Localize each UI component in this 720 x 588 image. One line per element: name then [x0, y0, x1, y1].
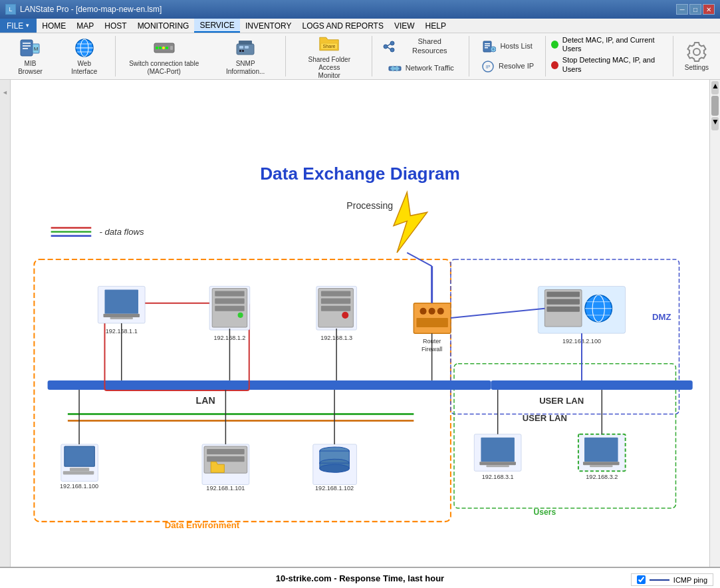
toolbar-group-4: Shared Resources Network Traffic — [374, 36, 469, 76]
mib-browser-btn[interactable]: M MIB Browser — [5, 34, 55, 79]
svg-text:Share: Share — [323, 44, 336, 49]
svg-text:M: M — [34, 46, 39, 52]
svg-rect-128 — [479, 462, 516, 465]
hosts-list-btn[interactable]: Hosts List — [475, 38, 541, 55]
svg-point-85 — [429, 308, 435, 315]
svg-rect-31 — [483, 41, 491, 52]
main-area: ◄ Data Exchange Diagram - data flows Pro… — [0, 80, 720, 567]
svg-text:USER LAN: USER LAN — [539, 396, 584, 406]
svg-rect-49 — [451, 259, 679, 414]
bottom-panel: 10-strike.com - Response Time, last hour… — [0, 567, 720, 588]
svg-rect-1 — [23, 43, 31, 44]
menu-monitoring[interactable]: MONITORING — [132, 19, 195, 33]
folder-icon: Share — [318, 33, 340, 55]
toolbar-group-6: Detect MAC, IP, and Current Users Stop D… — [547, 36, 673, 76]
svg-text:Processing: Processing — [346, 200, 393, 211]
svg-line-104 — [451, 309, 544, 318]
maximize-btn[interactable]: □ — [689, 4, 701, 15]
menu-service[interactable]: SERVICE — [194, 19, 239, 33]
svg-text:192.168.1.102: 192.168.1.102 — [315, 485, 354, 492]
menu-file[interactable]: FILE ▼ — [0, 19, 37, 33]
svg-text:IP: IP — [486, 65, 491, 69]
svg-rect-135 — [590, 465, 612, 467]
menu-host[interactable]: HOST — [99, 19, 132, 33]
svg-rect-16 — [170, 46, 173, 50]
svg-text:192.168.1.100: 192.168.1.100 — [60, 483, 98, 490]
svg-rect-96 — [546, 299, 580, 305]
toolbar-group-2: Switch connection table(MAC-Port) SNMP I… — [117, 36, 286, 76]
svg-line-28 — [388, 44, 390, 46]
svg-rect-95 — [546, 292, 580, 297]
menu-home[interactable]: HOME — [37, 19, 71, 33]
menu-map[interactable]: MAP — [71, 19, 99, 33]
web-interface-label: Web Interface — [64, 60, 105, 76]
left-indicator: ◄ — [2, 89, 9, 96]
diagram-container[interactable]: Data Exchange Diagram - data flows Proce… — [11, 80, 709, 567]
icmp-checkbox[interactable] — [637, 575, 646, 584]
menu-inventory[interactable]: INVENTORY — [240, 19, 297, 33]
svg-rect-71 — [215, 306, 244, 311]
svg-rect-69 — [215, 291, 244, 296]
detect-label: Detect MAC, IP, and Current Users — [562, 36, 669, 53]
detect-mac-btn[interactable]: Detect MAC, IP, and Current Users — [551, 36, 669, 53]
resolve-ip-btn[interactable]: IP Resolve IP — [475, 58, 541, 75]
snmp-btn[interactable]: SNMP Information... — [210, 34, 281, 79]
legend-label: ICMP ping — [673, 576, 707, 584]
svg-rect-17 — [237, 44, 254, 55]
stop-label: Stop Detecting MAC, IP, and Users — [562, 56, 669, 73]
mib-browser-label: MIB Browser — [11, 60, 49, 76]
svg-text:192.168.1.101: 192.168.1.101 — [206, 485, 245, 492]
hosts-list-label: Hosts List — [500, 42, 532, 51]
settings-btn[interactable]: Settings — [679, 38, 715, 75]
scroll-thumb[interactable] — [711, 96, 719, 116]
scroll-down[interactable]: ▼ — [711, 117, 719, 130]
svg-rect-114 — [207, 449, 245, 454]
svg-rect-54 — [48, 380, 491, 390]
shared-resources-icon — [382, 40, 396, 53]
svg-text:192.168.3.2: 192.168.3.2 — [586, 474, 618, 480]
svg-rect-33 — [485, 45, 490, 47]
toolbar: M MIB Browser Web Interface Switch conne… — [0, 33, 720, 80]
switch-table-btn[interactable]: Switch connection table(MAC-Port) — [121, 34, 207, 79]
svg-rect-32 — [485, 43, 490, 45]
svg-point-84 — [420, 308, 426, 315]
scroll-up[interactable]: ▲ — [711, 81, 719, 94]
menu-help[interactable]: HELP — [420, 19, 451, 33]
stop-detect-btn[interactable]: Stop Detecting MAC, IP, and Users — [551, 56, 669, 73]
svg-point-27 — [390, 48, 394, 52]
snmp-icon — [235, 37, 256, 59]
svg-rect-77 — [321, 291, 350, 296]
toolbar-group-3: Share Shared Folder AccessMonitor — [287, 36, 372, 76]
detect-icon — [551, 41, 558, 49]
svg-rect-133 — [584, 438, 618, 462]
window-controls[interactable]: ─ □ ✕ — [676, 4, 715, 15]
toolbar-group-7: Settings — [675, 36, 719, 76]
snmp-label: SNMP Information... — [216, 60, 275, 76]
svg-rect-22 — [242, 50, 244, 52]
right-scrollbar[interactable]: ▲ ▼ — [709, 80, 720, 567]
settings-icon — [686, 41, 707, 63]
menu-view[interactable]: VIEW — [389, 19, 420, 33]
chart-area: 10-strike.com - Response Time, last hour… — [0, 568, 720, 588]
network-traffic-icon — [388, 62, 402, 75]
shared-resources-btn[interactable]: Shared Resources — [378, 35, 465, 57]
svg-text:Users: Users — [534, 508, 556, 517]
switch-icon — [154, 37, 175, 59]
shared-folder-btn[interactable]: Share Shared Folder AccessMonitor — [291, 30, 368, 83]
svg-rect-2 — [23, 45, 31, 47]
svg-rect-55 — [491, 380, 693, 390]
svg-point-80 — [342, 312, 348, 319]
svg-point-12 — [156, 47, 158, 49]
svg-rect-107 — [64, 446, 94, 466]
network-traffic-btn[interactable]: Network Traffic — [378, 60, 465, 77]
web-interface-btn[interactable]: Web Interface — [58, 34, 111, 79]
minimize-btn[interactable]: ─ — [676, 4, 688, 15]
close-btn[interactable]: ✕ — [703, 4, 715, 15]
svg-point-72 — [238, 313, 243, 318]
svg-marker-46 — [394, 192, 427, 253]
chart-title: 10-strike.com - Response Time, last hour — [273, 571, 447, 586]
svg-point-15 — [166, 47, 168, 49]
mib-icon: M — [19, 37, 41, 59]
svg-rect-108 — [70, 468, 89, 471]
svg-rect-129 — [486, 465, 509, 467]
